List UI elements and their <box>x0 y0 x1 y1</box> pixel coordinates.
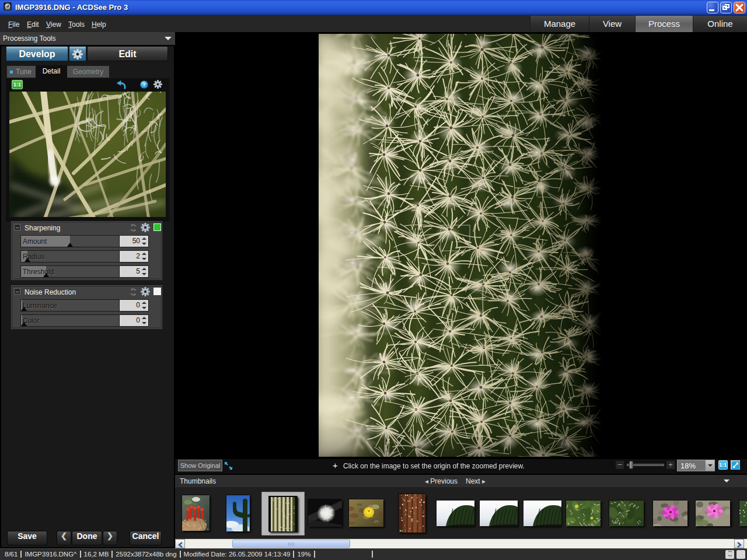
svg-text:?: ? <box>142 82 146 88</box>
